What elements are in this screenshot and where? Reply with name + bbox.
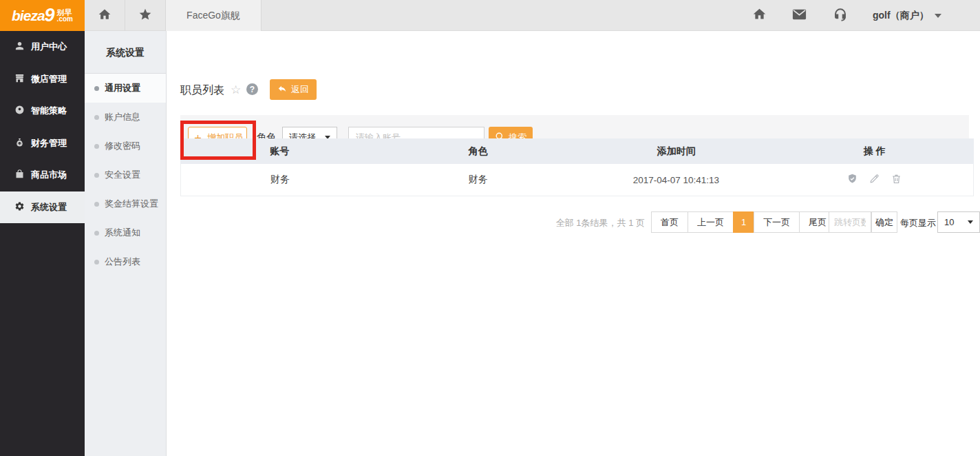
subsidebar-item-system-notice[interactable]: 系统通知 (85, 218, 166, 247)
topbar-home-tab[interactable] (85, 0, 125, 31)
table-row: 财务 财务 2017-04-07 10:41:13 (180, 164, 974, 196)
permission-shield-icon[interactable] (846, 173, 858, 187)
bullet-icon (94, 115, 99, 120)
subsidebar-item-security-settings[interactable]: 安全设置 (85, 160, 166, 189)
primary-sidebar: 用户中心 微店管理 智能策略 财务管理 商品市场 系统设置 (0, 31, 85, 456)
logo-cn: 别早 (57, 9, 73, 16)
reply-arrow-icon (277, 84, 287, 96)
sidebar-item-product-market[interactable]: 商品市场 (0, 159, 85, 191)
sidebar-item-label: 用户中心 (31, 41, 67, 53)
help-icon[interactable]: ? (246, 83, 258, 95)
home-icon (98, 8, 111, 24)
sidebar-item-label: 微店管理 (31, 73, 67, 85)
pager: 首页 上一页 1 下一页 尾页 (652, 211, 836, 233)
sidebar-item-system-settings[interactable]: 系统设置 (0, 191, 85, 224)
page-title: 职员列表 (180, 83, 224, 98)
subsidebar-item-label: 安全设置 (105, 169, 140, 181)
subsidebar-title: 系统设置 (85, 31, 166, 74)
bullet-icon (94, 260, 99, 265)
sidebar-item-smart-strategy[interactable]: 智能策略 (0, 95, 85, 127)
topbar-favorites-tab[interactable] (125, 0, 166, 31)
topbar-support-button[interactable] (827, 0, 854, 31)
sidebar-item-label: 系统设置 (31, 201, 67, 214)
subsidebar-item-label: 系统通知 (105, 227, 140, 239)
logo-domain: .com (57, 16, 73, 23)
chevron-down-icon (968, 220, 973, 224)
topbar-messages-button[interactable] (785, 0, 813, 31)
bullet-icon (94, 86, 99, 91)
subsidebar-item-label: 通用设置 (105, 82, 140, 94)
column-header-account: 账号 (180, 145, 379, 158)
main-content: 职员列表 ☆ ? 返回 ＋ 增加职员 角色 请选择 搜索 账号 角色 (167, 31, 980, 456)
topbar: bieza9 别早 .com FaceGo旗舰 golf（商户） (0, 0, 980, 31)
workspace-tab[interactable]: FaceGo旗舰 (166, 0, 262, 31)
subsidebar-item-label: 账户信息 (105, 111, 140, 123)
logo-text: bieza (12, 8, 45, 24)
subsidebar-item-general-settings[interactable]: 通用设置 (85, 74, 166, 103)
topbar-home-button[interactable] (745, 0, 773, 31)
subsidebar-item-change-password[interactable]: 修改密码 (85, 132, 166, 160)
logo-numeral: 9 (45, 5, 55, 26)
employee-table: 账号 角色 添加时间 操 作 财务 财务 2017-04-07 10:41:13 (180, 138, 974, 196)
per-page-value: 10 (944, 217, 954, 227)
page-current-button[interactable]: 1 (733, 211, 754, 233)
per-page-label: 每页显示 (900, 217, 936, 229)
bullet-icon (94, 173, 99, 178)
edit-pencil-icon[interactable] (869, 173, 880, 187)
home-icon (752, 7, 767, 24)
user-icon (14, 41, 25, 53)
finance-icon (14, 137, 25, 149)
subsidebar-item-account-info[interactable]: 账户信息 (85, 103, 166, 132)
gear-icon (14, 201, 25, 214)
column-header-role: 角色 (379, 145, 577, 158)
subsidebar-item-announcement-list[interactable]: 公告列表 (85, 247, 166, 276)
back-button-label: 返回 (291, 83, 309, 96)
page-first-button[interactable]: 首页 (651, 211, 688, 233)
result-summary: 全部 1条结果，共 1 页 (538, 217, 645, 229)
brand-logo[interactable]: bieza9 别早 .com (0, 0, 85, 31)
page-prev-button[interactable]: 上一页 (688, 211, 734, 233)
headset-icon (833, 7, 848, 25)
mail-icon (791, 6, 807, 25)
cell-added-time: 2017-04-07 10:41:13 (577, 175, 776, 185)
star-icon (138, 8, 152, 24)
back-button[interactable]: 返回 (270, 79, 317, 100)
user-menu[interactable]: golf（商户） (873, 0, 941, 31)
sidebar-item-store-management[interactable]: 微店管理 (0, 63, 85, 96)
bullet-icon (94, 202, 99, 207)
subsidebar-item-label: 修改密码 (105, 140, 140, 152)
sidebar-item-label: 智能策略 (31, 105, 67, 117)
sidebar-item-label: 财务管理 (31, 137, 67, 149)
per-page-select[interactable]: 10 (937, 211, 980, 233)
sidebar-item-user-center[interactable]: 用户中心 (0, 31, 85, 63)
jump-page-input[interactable] (829, 211, 871, 233)
cell-role: 财务 (379, 174, 577, 186)
sidebar-item-finance-management[interactable]: 财务管理 (0, 127, 85, 160)
user-menu-label: golf（商户） (873, 10, 929, 22)
cell-account: 财务 (181, 174, 379, 186)
jump-confirm-button[interactable]: 确定 (871, 211, 897, 233)
store-icon (14, 73, 25, 85)
chevron-down-icon (935, 14, 941, 18)
strategy-icon (14, 105, 25, 117)
page-next-button[interactable]: 下一页 (754, 211, 800, 233)
delete-trash-icon[interactable] (891, 173, 902, 187)
bullet-icon (94, 144, 99, 149)
subsidebar-item-bonus-settlement[interactable]: 奖金结算设置 (85, 189, 166, 218)
cell-actions (775, 173, 973, 187)
column-header-added-time: 添加时间 (577, 145, 776, 158)
secondary-sidebar: 系统设置 通用设置 账户信息 修改密码 安全设置 奖金结算设置 系统通知 公告列… (85, 31, 167, 456)
subsidebar-item-label: 奖金结算设置 (105, 198, 158, 210)
subsidebar-item-label: 公告列表 (105, 256, 140, 268)
sidebar-item-label: 商品市场 (31, 169, 67, 181)
favorite-star-icon[interactable]: ☆ (231, 83, 241, 97)
bullet-icon (94, 231, 99, 236)
market-icon (14, 169, 25, 181)
table-header-row: 账号 角色 添加时间 操 作 (180, 138, 974, 164)
column-header-actions: 操 作 (776, 145, 974, 158)
